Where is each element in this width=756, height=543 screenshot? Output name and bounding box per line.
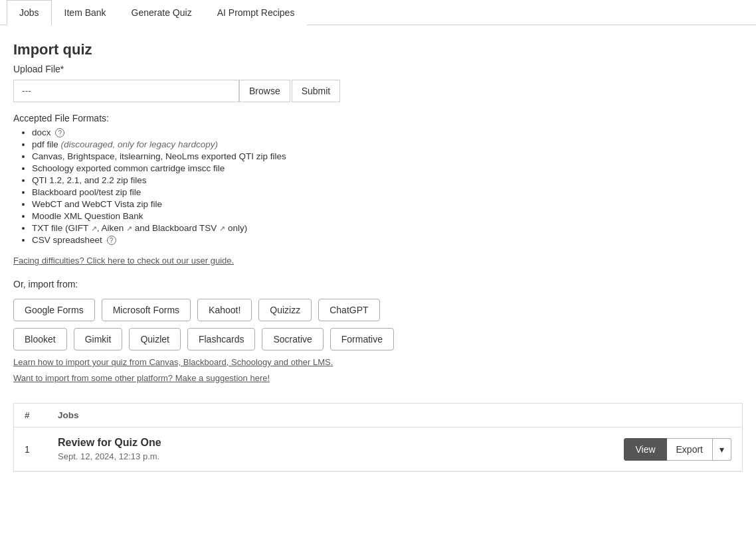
format-item: Canvas, Brightspace, itslearning, NeoLms… [32,151,743,161]
job-actions: View Export ▾ [624,438,731,461]
upload-file-label: Upload File* [13,64,743,74]
format-item: TXT file (GIFT ↗, Aiken ↗ and Blackboard… [32,223,743,233]
import-formative[interactable]: Formative [330,328,394,350]
import-flashcards[interactable]: Flashcards [187,328,255,350]
accepted-formats-title: Accepted File Formats: [13,113,743,123]
format-item: CSV spreadsheet ? [32,235,743,245]
upload-row: --- Browse Submit [13,80,743,102]
tab-generate-quiz[interactable]: Generate Quiz [119,0,205,25]
jobs-section: # Jobs 1 Review for Quiz One Sept. 12, 2… [13,403,743,472]
job-title: Review for Quiz One [58,437,624,449]
import-sources-row-2: Blooket Gimkit Quizlet Flashcards Socrat… [13,328,743,350]
suggestion-link-container: Want to import from some other platform?… [13,372,743,383]
external-icon: ↗ [91,224,97,232]
format-item: pdf file (discouraged, only for legacy h… [32,139,743,149]
external-icon: ↗ [126,224,132,232]
format-item: QTI 1.2, 2.1, and 2.2 zip files [32,175,743,185]
import-quizlet[interactable]: Quizlet [129,328,181,350]
tab-item-bank[interactable]: Item Bank [52,0,119,25]
job-info: Review for Quiz One Sept. 12, 2024, 12:1… [58,437,624,461]
suggestion-link[interactable]: Want to import from some other platform?… [13,373,270,383]
or-import-label: Or, import from: [13,279,743,289]
import-chatgpt[interactable]: ChatGPT [318,299,379,321]
export-button[interactable]: Export [667,438,713,461]
format-item: docx ? [32,127,743,137]
import-google-forms[interactable]: Google Forms [13,299,95,321]
help-icon-csv[interactable]: ? [107,236,116,245]
submit-button[interactable]: Submit [292,80,341,102]
import-quizizz[interactable]: Quizizz [258,299,312,321]
tabs-bar: Jobs Item Bank Generate Quiz AI Prompt R… [0,0,756,25]
learn-import-link[interactable]: Learn how to import your quiz from Canva… [13,357,743,367]
format-item: Blackboard pool/test zip file [32,187,743,197]
import-socrative[interactable]: Socrative [262,328,323,350]
tab-jobs[interactable]: Jobs [7,0,52,25]
export-dropdown-button[interactable]: ▾ [713,438,731,461]
import-sources-row-1: Google Forms Microsoft Forms Kahoot! Qui… [13,299,743,321]
view-button[interactable]: View [624,438,666,461]
file-input-display: --- [13,80,239,102]
page-title: Import quiz [13,41,743,58]
help-icon-docx[interactable]: ? [55,128,64,137]
jobs-table-header: # Jobs [14,404,742,427]
format-item: Moodle XML Question Bank [32,211,743,221]
import-kahoot[interactable]: Kahoot! [197,299,252,321]
import-blooket[interactable]: Blooket [13,328,67,350]
format-item: WebCT and WebCT Vista zip file [32,199,743,209]
table-row: 1 Review for Quiz One Sept. 12, 2024, 12… [14,427,742,471]
formats-list: docx ? pdf file (discouraged, only for l… [13,127,743,245]
format-item: Schoology exported common cartridge imsc… [32,163,743,173]
import-microsoft-forms[interactable]: Microsoft Forms [102,299,191,321]
import-gimkit[interactable]: Gimkit [74,328,123,350]
browse-button[interactable]: Browse [239,80,290,102]
job-date: Sept. 12, 2024, 12:13 p.m. [58,451,624,461]
job-number: 1 [25,444,58,455]
main-content: Import quiz Upload File* --- Browse Subm… [0,25,756,485]
facing-difficulties-link: Facing difficulties? Click here to check… [13,256,743,266]
col-jobs-header: Jobs [58,410,731,420]
external-icon: ↗ [219,224,225,232]
col-num-header: # [25,410,58,420]
user-guide-link[interactable]: Facing difficulties? Click here to check… [13,256,234,266]
tab-ai-prompt-recipes[interactable]: AI Prompt Recipes [205,0,308,25]
